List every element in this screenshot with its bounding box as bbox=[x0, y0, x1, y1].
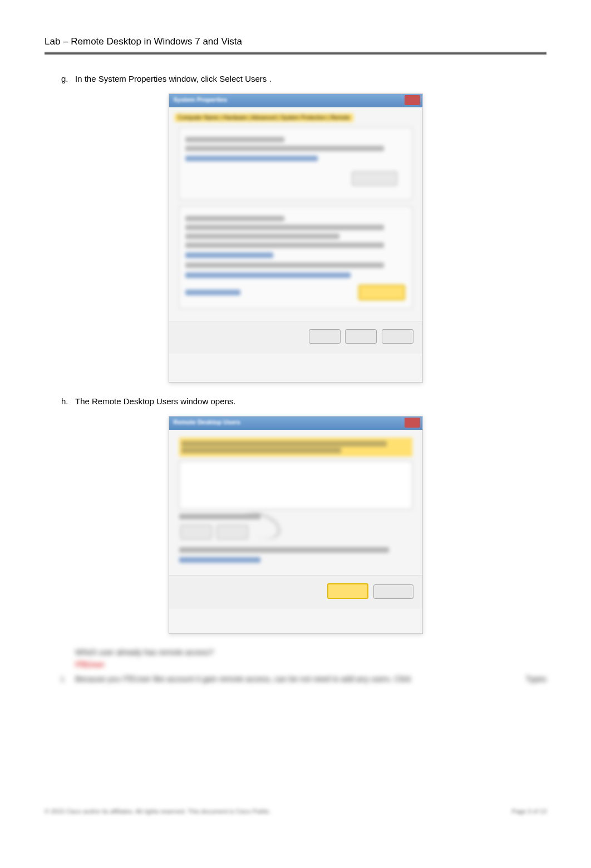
advanced-button[interactable] bbox=[352, 171, 397, 186]
rd-opt3 bbox=[185, 262, 384, 268]
bottom-buttons-1 bbox=[169, 321, 422, 354]
page-header-title: Lab – Remote Desktop in Windows 7 and Vi… bbox=[45, 36, 546, 52]
step-g-text: In the System Properties window, click S… bbox=[75, 74, 546, 83]
cancel-button-1[interactable] bbox=[345, 329, 377, 344]
step-g-mid: window, click bbox=[169, 74, 219, 83]
step-g-suffix: . bbox=[269, 74, 272, 83]
tabs-row: Computer Name | Hardware | Advanced | Sy… bbox=[169, 107, 422, 122]
titlebar-2-text: Remote Desktop Users bbox=[174, 419, 240, 425]
step-h-bold2: Users bbox=[156, 396, 178, 406]
titlebar-1: System Properties bbox=[169, 94, 422, 107]
content-area-1 bbox=[169, 122, 422, 321]
add-button[interactable] bbox=[180, 525, 212, 539]
ra-checkbox bbox=[185, 146, 384, 151]
titlebar-2: Remote Desktop Users bbox=[169, 416, 422, 430]
titlebar-1-text: System Properties bbox=[174, 96, 228, 103]
help-choose-link[interactable] bbox=[185, 290, 240, 295]
ok-button-2[interactable] bbox=[327, 583, 368, 599]
question-text: Which user already has remote access? bbox=[75, 648, 546, 657]
screenshot-1-container: System Properties Computer Name | Hardwa… bbox=[45, 93, 546, 383]
select-users-button[interactable] bbox=[358, 285, 405, 300]
step-g-prefix: In the bbox=[75, 74, 98, 83]
tab-remote[interactable]: Computer Name | Hardware | Advanced | Sy… bbox=[175, 113, 353, 122]
footer-page-number: Page 3 of 13 bbox=[512, 808, 546, 815]
step-h-suffix: window opens. bbox=[180, 396, 235, 406]
step-h-bold1: Remote Desktop bbox=[92, 396, 154, 406]
rdu-desc-1 bbox=[181, 441, 387, 447]
footer-copyright: © 2015 Cisco and/or its affiliates. All … bbox=[45, 808, 271, 815]
rd-opt3-link bbox=[185, 272, 351, 278]
step-i: i. Because you ITEUser like account it g… bbox=[61, 674, 546, 683]
ra-title bbox=[185, 137, 285, 142]
remote-desktop-section bbox=[179, 206, 412, 309]
close-icon[interactable] bbox=[405, 95, 420, 105]
step-h-text: The Remote Desktop Users window opens. bbox=[75, 396, 546, 406]
document-page: Lab – Remote Desktop in Windows 7 and Vi… bbox=[0, 0, 591, 848]
step-i-text: Because you ITEUser like account it gain… bbox=[75, 674, 515, 683]
rdu-desc-highlight bbox=[179, 438, 412, 457]
rd-opt2 bbox=[185, 242, 384, 248]
rdu-note2-1 bbox=[179, 547, 389, 553]
rd-opt2-link bbox=[185, 252, 274, 258]
bottom-buttons-2 bbox=[169, 575, 422, 609]
users-listbox[interactable] bbox=[179, 461, 412, 509]
rdu-desc-2 bbox=[181, 448, 342, 453]
page-footer: © 2015 Cisco and/or its affiliates. All … bbox=[45, 808, 546, 815]
step-h-letter: h. bbox=[61, 396, 75, 406]
step-i-letter: i. bbox=[61, 674, 75, 683]
close-icon-2[interactable] bbox=[405, 418, 420, 428]
step-h-prefix: The bbox=[75, 396, 92, 406]
ra-link[interactable] bbox=[185, 156, 318, 161]
rd-opt1 bbox=[185, 234, 340, 239]
answer-text: ITEUser bbox=[75, 660, 546, 669]
rd-desc bbox=[185, 225, 384, 230]
step-g-letter: g. bbox=[61, 74, 75, 83]
content-area-2 bbox=[169, 430, 422, 575]
cancel-button-2[interactable] bbox=[373, 584, 413, 599]
apply-button-1[interactable] bbox=[382, 329, 413, 344]
rd-title bbox=[185, 216, 285, 221]
step-g-bold1: System Properties bbox=[98, 74, 167, 83]
system-properties-window: System Properties Computer Name | Hardwa… bbox=[169, 93, 423, 383]
remote-desktop-users-window: Remote Desktop Users bbox=[169, 416, 423, 634]
screenshot-2-container: Remote Desktop Users bbox=[45, 416, 546, 634]
step-g: g. In the System Properties window, clic… bbox=[61, 74, 546, 83]
user-accounts-link[interactable] bbox=[179, 557, 261, 563]
ok-button-1[interactable] bbox=[309, 329, 341, 344]
header-divider bbox=[45, 52, 546, 54]
remote-assistance-section bbox=[179, 127, 412, 200]
step-g-bold2: Select Users bbox=[219, 74, 267, 83]
question-block: Which user already has remote access? IT… bbox=[75, 648, 546, 669]
step-i-trailing: Types bbox=[526, 674, 546, 683]
step-h: h. The Remote Desktop Users window opens… bbox=[61, 396, 546, 406]
